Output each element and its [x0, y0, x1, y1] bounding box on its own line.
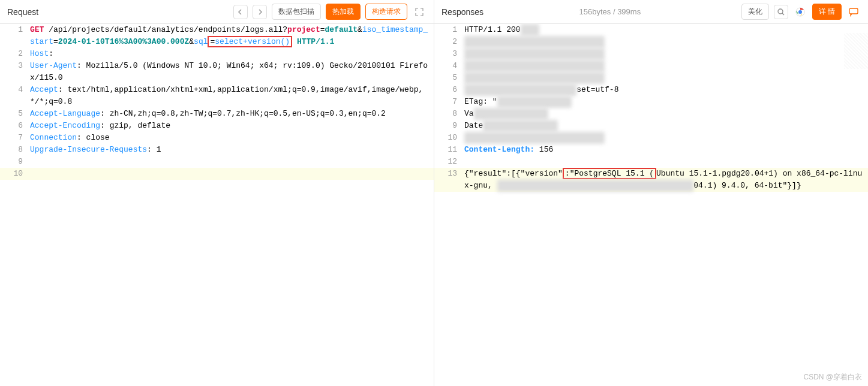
code-line[interactable]: 1GET /api/projects/default/analytics/end… — [0, 24, 434, 48]
code-line[interactable]: 7ETag: "XXXXXXXXXXXXXXXX — [434, 96, 868, 108]
response-header: Responses 156bytes / 399ms 美化 详 情 — [434, 0, 868, 24]
code-line[interactable]: 3User-Agent: Mozilla/5.0 (Windows NT 10.… — [0, 60, 434, 84]
svg-point-0 — [778, 9, 783, 14]
line-number: 2 — [0, 48, 30, 60]
hot-reload-button[interactable]: 热加载 — [326, 4, 361, 20]
line-number: 10 — [0, 168, 30, 180]
svg-point-2 — [798, 10, 802, 14]
line-content[interactable]: User-Agent: Mozilla/5.0 (Windows NT 10.0… — [30, 60, 434, 84]
line-content[interactable]: {"result":[{"version":"PostgreSQL 15.1 (… — [464, 168, 868, 192]
line-content[interactable]: ETag: "XXXXXXXXXXXXXXXX — [464, 96, 868, 108]
nav-next-button[interactable] — [253, 5, 267, 19]
expand-button[interactable] — [412, 5, 427, 19]
code-line[interactable]: 1HTTP/1.1 200XXXX — [434, 24, 868, 36]
code-line[interactable]: 2XXXXXXXXXXXXXXXXXXXXXXXXXXXXXX — [434, 36, 868, 48]
line-content[interactable] — [30, 156, 434, 168]
line-content[interactable]: XXXXXXXXXXXXXXXXXXXXXXXXXXXXXX — [464, 60, 868, 72]
line-content[interactable]: Accept-Encoding: gzip, deflate — [30, 120, 434, 132]
scan-button[interactable]: 数据包扫描 — [272, 4, 321, 20]
response-meta: 156bytes / 399ms — [579, 7, 641, 16]
construct-request-button[interactable]: 构造请求 — [365, 4, 407, 20]
line-number: 1 — [434, 24, 464, 36]
code-line[interactable]: 8Upgrade-Insecure-Requests: 1 — [0, 144, 434, 156]
line-content[interactable]: GET /api/projects/default/analytics/endp… — [30, 24, 434, 48]
code-line[interactable]: 3XXXXXXXXXXXXXXXXXXXXXXXXXXXXXX — [434, 48, 868, 60]
line-content[interactable]: XXXXXXXXXXXXXXXXXXXXXXXXXXXXXX — [464, 132, 868, 144]
detail-button[interactable]: 详 情 — [812, 4, 842, 20]
svg-rect-3 — [849, 8, 858, 14]
line-number: 1 — [0, 24, 30, 48]
code-line[interactable]: 5Accept-Language: zh-CN,zh;q=0.8,zh-TW;q… — [0, 108, 434, 120]
request-pane: Request 数据包扫描 热加载 构造请求 1GET /api/project… — [0, 0, 434, 386]
code-line[interactable]: 7Connection: close — [0, 132, 434, 144]
chevron-left-icon — [238, 9, 244, 15]
line-content[interactable]: HTTP/1.1 200XXXX — [464, 24, 868, 36]
line-number: 3 — [434, 48, 464, 60]
line-number: 4 — [434, 60, 464, 72]
chrome-button[interactable] — [793, 5, 807, 19]
code-line[interactable]: 8VaXXXXXXXXXXXXXXXX — [434, 108, 868, 120]
line-content[interactable]: Accept-Language: zh-CN,zh;q=0.8,zh-TW;q=… — [30, 108, 434, 120]
request-title: Request — [7, 7, 38, 17]
line-number: 5 — [434, 72, 464, 84]
expand-icon — [415, 8, 424, 16]
comment-button[interactable] — [846, 5, 861, 19]
response-pane: Responses 156bytes / 399ms 美化 详 情 1HTTP/… — [434, 0, 868, 386]
code-line[interactable]: 11Content-Length: 156 — [434, 144, 868, 156]
code-line[interactable]: 12 — [434, 156, 868, 168]
line-number: 12 — [434, 156, 464, 168]
response-editor[interactable]: 1HTTP/1.1 200XXXX2XXXXXXXXXXXXXXXXXXXXXX… — [434, 24, 868, 386]
line-content[interactable]: DateXXXXXXXXXXXXXXXX — [464, 120, 868, 132]
line-number: 10 — [434, 132, 464, 144]
line-number: 6 — [0, 120, 30, 132]
line-number: 7 — [0, 132, 30, 144]
line-content[interactable] — [30, 168, 434, 180]
line-content[interactable]: XXXXXXXXXXXXXXXXXXXXXXXXXXXXXX — [464, 48, 868, 60]
line-number: 4 — [0, 84, 30, 108]
request-editor[interactable]: 1GET /api/projects/default/analytics/end… — [0, 24, 434, 386]
line-number: 13 — [434, 168, 464, 192]
line-number: 9 — [434, 120, 464, 132]
response-title: Responses — [441, 7, 483, 17]
code-line[interactable]: 10 — [0, 168, 434, 180]
line-content[interactable]: Upgrade-Insecure-Requests: 1 — [30, 144, 434, 156]
code-line[interactable]: 2Host: — [0, 48, 434, 60]
line-content[interactable]: XXXXXXXXXXXXXXXXXXXXXXXXXXXXXX — [464, 36, 868, 48]
line-number: 9 — [0, 156, 30, 168]
line-content[interactable]: Content-Length: 156 — [464, 144, 868, 156]
line-number: 8 — [434, 108, 464, 120]
line-content[interactable]: XXXXXXXXXXXXXXXXXXXXXXXXset=utf-8 — [464, 84, 868, 96]
chrome-icon — [795, 7, 805, 17]
request-header: Request 数据包扫描 热加载 构造请求 — [0, 0, 434, 24]
search-button[interactable] — [774, 5, 788, 19]
code-line[interactable]: 9 — [0, 156, 434, 168]
line-number: 7 — [434, 96, 464, 108]
code-line[interactable]: 10XXXXXXXXXXXXXXXXXXXXXXXXXXXXXX — [434, 132, 868, 144]
line-number: 11 — [434, 144, 464, 156]
line-number: 5 — [0, 108, 30, 120]
line-number: 2 — [434, 36, 464, 48]
line-content[interactable]: VaXXXXXXXXXXXXXXXX — [464, 108, 868, 120]
code-line[interactable]: 4XXXXXXXXXXXXXXXXXXXXXXXXXXXXXX — [434, 60, 868, 72]
watermark-corner — [844, 33, 868, 69]
nav-prev-button[interactable] — [233, 5, 248, 19]
line-number: 6 — [434, 84, 464, 96]
code-line[interactable]: 13{"result":[{"version":"PostgreSQL 15.1… — [434, 168, 868, 192]
code-line[interactable]: 4Accept: text/html,application/xhtml+xml… — [0, 84, 434, 108]
line-content[interactable]: Host: — [30, 48, 434, 60]
line-number: 8 — [0, 144, 30, 156]
line-content[interactable]: Accept: text/html,application/xhtml+xml,… — [30, 84, 434, 108]
code-line[interactable]: 9DateXXXXXXXXXXXXXXXX — [434, 120, 868, 132]
line-content[interactable]: XXXXXXXXXXXXXXXXXXXXXXXXXXXXXX — [464, 72, 868, 84]
search-icon — [777, 8, 785, 16]
beautify-button[interactable]: 美化 — [741, 4, 769, 20]
csdn-watermark: CSDN @穿着白衣 — [803, 372, 862, 382]
comment-icon — [849, 7, 858, 17]
code-line[interactable]: 6XXXXXXXXXXXXXXXXXXXXXXXXset=utf-8 — [434, 84, 868, 96]
chevron-right-icon — [257, 9, 263, 15]
line-number: 3 — [0, 60, 30, 84]
code-line[interactable]: 6Accept-Encoding: gzip, deflate — [0, 120, 434, 132]
line-content[interactable] — [464, 156, 868, 168]
code-line[interactable]: 5XXXXXXXXXXXXXXXXXXXXXXXXXXXXXX — [434, 72, 868, 84]
line-content[interactable]: Connection: close — [30, 132, 434, 144]
